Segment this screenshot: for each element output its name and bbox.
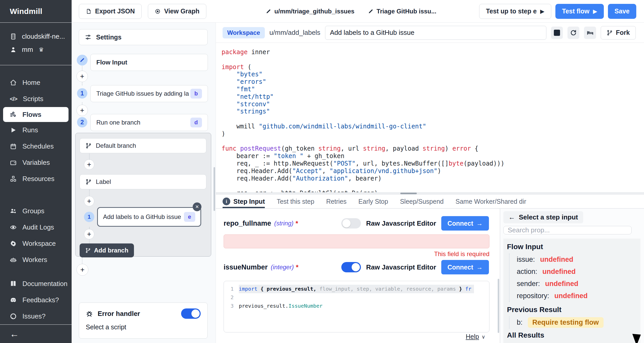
sidebar-item-issues[interactable]: Issues? (0, 308, 72, 324)
flow-input-section-title: Flow Input (505, 243, 636, 251)
step-id-badge: b (190, 89, 202, 99)
sidebar-item-home[interactable]: Home (0, 75, 72, 91)
tab-sleep-suspend[interactable]: Sleep/Suspend (400, 195, 444, 208)
test-up-to-step-button[interactable]: Test up to step e ▶ (479, 4, 551, 19)
close-icon[interactable]: ✕ (193, 202, 201, 211)
add-step-button[interactable]: + (84, 196, 94, 206)
sidebar-item-groups[interactable]: Groups (0, 203, 72, 219)
sidebar-collapse[interactable]: ← (0, 324, 72, 343)
step-label: Run one branch (96, 119, 140, 126)
gear-icon (10, 240, 17, 247)
sidebar-item-variables[interactable]: Variables (0, 154, 72, 171)
repo-fullname-input[interactable] (224, 234, 489, 248)
label-branch-node[interactable]: Label (80, 174, 206, 189)
selected-step-label: Add labels to a GitHub issue (103, 213, 181, 221)
sidebar-item-resources[interactable]: Resources (0, 171, 72, 187)
raw-js-toggle[interactable] (341, 262, 361, 272)
sidebar-item-feedbacks[interactable]: Feedbacks? (0, 292, 72, 308)
field-name: issueNumber (224, 263, 268, 271)
sidebar-item-workers[interactable]: Workers (0, 252, 72, 268)
add-branch-button[interactable]: Add branch (80, 243, 134, 257)
js-expression-editor[interactable]: 1 2 3 import { previous_result, flow_inp… (224, 281, 489, 332)
search-prop-input[interactable] (503, 226, 632, 234)
prop-action[interactable]: action: undefined (517, 266, 636, 278)
field-repo-fullname: repo_fullname (string) * Raw Javascript … (224, 215, 489, 231)
flow-scrollbar[interactable] (214, 167, 215, 211)
sidebar-item-documentation[interactable]: Documentation (0, 276, 72, 292)
connect-button[interactable]: Connect → (441, 216, 489, 231)
tab-step-input[interactable]: i Step Input (223, 195, 265, 208)
prop-key: b: (517, 319, 523, 326)
building-icon (10, 33, 17, 40)
step-label: Triage GitHub issues by adding labels ..… (96, 90, 189, 97)
prop-value: undefined (540, 256, 573, 264)
workspace-switcher[interactable]: cloudskiff-ne... (0, 30, 72, 43)
tab-retries[interactable]: Retries (326, 195, 346, 208)
form-scrollbar[interactable] (498, 279, 499, 333)
prop-value: undefined (543, 268, 576, 276)
prop-repository[interactable]: repository: undefined (517, 290, 636, 302)
select-step-input-button[interactable]: ← Select a step input (503, 211, 583, 223)
tab-early-stop[interactable]: Early Stop (358, 195, 388, 208)
fork-button[interactable]: Fork (601, 26, 636, 39)
add-step-button[interactable]: + (84, 229, 94, 239)
tab-same-worker[interactable]: Same Worker/Shared dir (455, 195, 526, 208)
script-path: u/mm/add_labels (269, 29, 320, 37)
tab-label: Early Stop (358, 198, 388, 205)
add-step-button[interactable]: + (77, 71, 88, 82)
prop-previous-result-b[interactable]: b: Require testing flow (517, 316, 636, 329)
user-menu[interactable]: mm ♛ (0, 43, 72, 56)
step-node-2[interactable]: Run one branch d (90, 114, 208, 131)
sidebar-item-workspace[interactable]: Workspace (0, 235, 72, 252)
tab-test-this-step[interactable]: Test this step (277, 195, 314, 208)
resize-handle[interactable] (400, 193, 417, 194)
stop-button[interactable] (551, 27, 563, 39)
test-flow-label: Test flow (562, 7, 589, 15)
flow-input-node[interactable]: Flow Input (90, 54, 208, 71)
sidebar-item-label: Workers (22, 256, 47, 264)
error-handler-toggle[interactable] (181, 308, 201, 319)
sidebar-item-scripts[interactable]: </> Scripts (0, 91, 72, 107)
save-label: Save (615, 7, 630, 15)
prop-key: issue: (517, 256, 535, 264)
add-step-button[interactable]: + (77, 105, 88, 116)
flow-title-crumb[interactable]: Triage GitHub issu... (368, 8, 436, 15)
selected-step-node[interactable]: Add labels to a GitHub issue e (97, 207, 201, 227)
refresh-button[interactable] (567, 27, 579, 39)
sidebar-item-label: Home (22, 79, 40, 87)
add-step-button[interactable]: + (77, 264, 88, 276)
flow-settings-button[interactable]: Settings (79, 29, 208, 45)
prop-key: sender: (517, 280, 540, 288)
content: Settings Flow Input + 1 Triage GitHub is… (72, 23, 644, 343)
connect-button[interactable]: Connect → (441, 260, 489, 274)
view-graph-label: View Graph (164, 7, 199, 15)
tab-label: Test this step (277, 198, 314, 205)
prop-issue[interactable]: issue: undefined (517, 254, 636, 266)
code-editor[interactable]: package inner import ( "bytes" "errors" … (216, 43, 644, 192)
flow-path-crumb[interactable]: u/mm/triage_github_issues (266, 8, 354, 15)
connect-label: Connect (447, 264, 473, 271)
sidebar-item-audit-logs[interactable]: Audit Logs (0, 219, 72, 235)
default-branch-node[interactable]: Default branch (80, 138, 206, 153)
context-panel: ← Select a step input Flow Input issue: … (500, 209, 644, 343)
select-script-link[interactable]: Select a script (86, 323, 201, 331)
step-node-1[interactable]: Triage GitHub issues by adding labels ..… (90, 85, 208, 102)
field-name: repo_fullname (224, 219, 271, 227)
save-button[interactable]: Save (608, 4, 636, 19)
diff-button[interactable] (584, 27, 596, 39)
export-json-button[interactable]: Export JSON (79, 4, 142, 19)
play-icon: ▶ (593, 8, 597, 14)
step-title-input[interactable] (325, 26, 546, 40)
add-step-button[interactable]: + (84, 159, 94, 170)
tab-label: Sleep/Suspend (400, 198, 444, 205)
sidebar-item-flows[interactable]: Flows (3, 107, 69, 122)
help-link[interactable]: Help (466, 333, 479, 340)
prop-sender[interactable]: sender: undefined (517, 278, 636, 290)
sidebar-item-schedules[interactable]: Schedules (0, 138, 72, 154)
sidebar-item-runs[interactable]: Runs (0, 122, 72, 138)
test-flow-button[interactable]: Test flow ▶ (555, 4, 604, 19)
required-star: * (296, 263, 298, 271)
circle-dot-icon (155, 9, 160, 14)
raw-js-toggle[interactable] (341, 218, 361, 228)
view-graph-button[interactable]: View Graph (148, 4, 206, 19)
